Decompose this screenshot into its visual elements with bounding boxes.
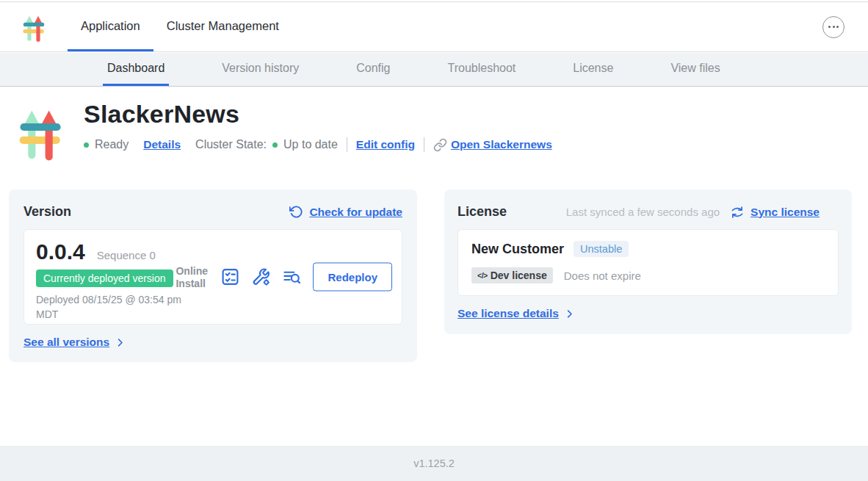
app-hero: SlackerNews Ready Details Cluster State:… [15,94,552,164]
subnav-item-view-files[interactable]: View files [666,53,724,86]
chevron-right-icon [564,308,575,319]
customer-name: New Customer [471,242,564,257]
channel-badge: Unstable [574,241,629,257]
subnav-item-license[interactable]: License [568,53,618,86]
checklist-icon [220,267,240,287]
divider [424,137,424,152]
version-card: Version Check for update 0.0.4 Sequence … [9,189,417,362]
slackernews-app-icon [15,100,66,164]
see-license-details-link[interactable]: See license details [457,307,839,320]
install-type-label: Online Install [176,264,209,289]
ellipsis-icon [828,26,831,28]
license-card-title: License [457,204,507,220]
edit-config-button[interactable] [251,267,271,287]
sync-arrows-icon [730,206,745,219]
edit-config-link[interactable]: Edit config [356,138,415,151]
chevron-right-icon [115,337,126,348]
slackernews-logo-icon [21,11,47,43]
overflow-menu-button[interactable] [822,16,845,38]
cluster-state-dot [272,142,278,148]
deployed-status-badge: Currently deployed version [36,270,173,287]
wrench-gear-icon [251,267,271,287]
app-status-dot [84,142,89,148]
app-status-text: Ready [95,138,129,151]
refresh-icon [289,205,303,219]
tab-cluster-management[interactable]: Cluster Management [153,2,292,51]
tab-application[interactable]: Application [68,2,153,51]
admin-console-page: Application Cluster Management Dashboard… [0,0,868,481]
console-version: v1.125.2 [413,458,455,469]
page-title: SlackerNews [84,100,552,129]
tab-cluster-management-label: Cluster Management [167,19,279,33]
app-nav-bar: Application Cluster Management [0,2,868,52]
app-nav-tabs: Application Cluster Management [68,2,292,51]
divider [347,137,347,152]
sequence-label: Sequence 0 [97,249,156,261]
sync-license-link[interactable]: Sync license [730,206,820,219]
code-icon: </> [477,271,488,280]
license-panel: New Customer Unstable </> Dev license Do… [457,229,839,296]
dashboard-cards: Version Check for update 0.0.4 Sequence … [9,189,852,362]
subnav-item-dashboard[interactable]: Dashboard [103,53,169,86]
subnav-item-version-history[interactable]: Version history [217,53,303,86]
external-link-icon [433,138,447,152]
tab-application-label: Application [81,19,140,33]
check-for-update-link[interactable]: Check for update [289,205,402,219]
license-card: License Last synced a few seconds ago Sy… [444,189,852,334]
logs-search-icon [282,267,302,287]
redeploy-button[interactable]: Redeploy [313,263,392,292]
license-expiry: Does not expire [564,270,641,282]
cluster-state-label: Cluster State: [195,138,267,151]
cluster-state-value: Up to date [283,138,338,151]
deploy-logs-button[interactable] [282,267,302,287]
version-card-title: Version [23,204,71,220]
preflight-checks-button[interactable] [220,267,240,287]
console-footer: v1.125.2 [0,446,868,481]
open-app-link[interactable]: Open Slackernews [451,138,552,151]
current-version-panel: 0.0.4 Sequence 0 Currently deployed vers… [23,229,402,325]
see-all-versions-link[interactable]: See all versions [23,336,402,349]
subnav-item-config[interactable]: Config [352,53,394,86]
version-number: 0.0.4 [36,239,85,264]
details-link[interactable]: Details [143,138,181,151]
subnav-item-troubleshoot[interactable]: Troubleshoot [443,53,520,86]
version-actions: Online Install [176,263,392,292]
license-type-tag: </> Dev license [471,267,553,283]
last-synced-text: Last synced a few seconds ago [566,206,720,218]
app-sub-nav: Dashboard Version history Config Trouble… [0,53,868,87]
deployed-timestamp: Deployed 08/15/25 @ 03:54 pm MDT [36,293,183,322]
app-status-row: Ready Details Cluster State: Up to date … [84,137,552,152]
